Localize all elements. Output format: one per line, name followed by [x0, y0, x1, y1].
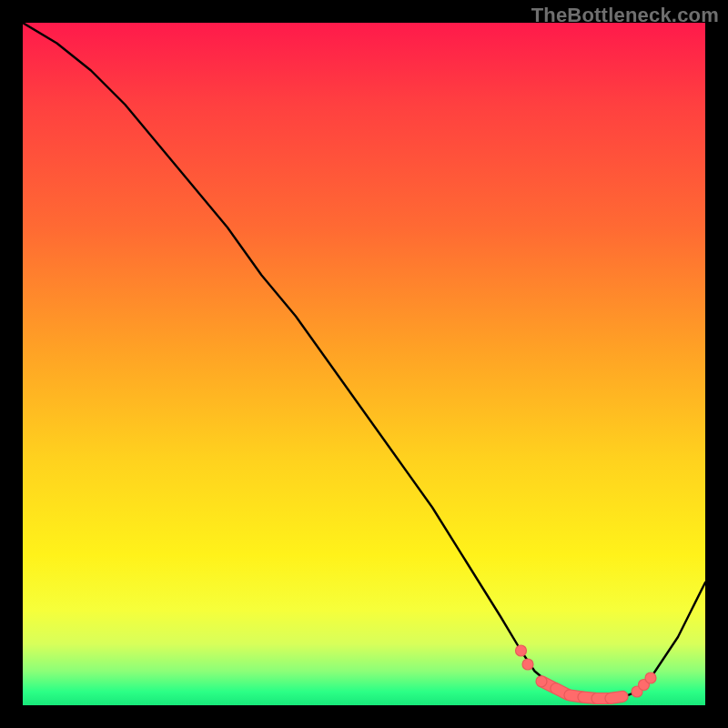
- watermark-text: TheBottleneck.com: [531, 4, 719, 27]
- bottleneck-curve: [23, 23, 705, 699]
- optimal-marker: [522, 659, 533, 670]
- optimal-zone-markers: [516, 645, 657, 704]
- optimal-marker: [645, 672, 656, 683]
- plot-area: [23, 23, 705, 705]
- optimal-marker: [516, 645, 527, 656]
- optimal-marker: [536, 676, 547, 687]
- chart-frame: TheBottleneck.com: [0, 0, 728, 728]
- curve-overlay: [23, 23, 705, 705]
